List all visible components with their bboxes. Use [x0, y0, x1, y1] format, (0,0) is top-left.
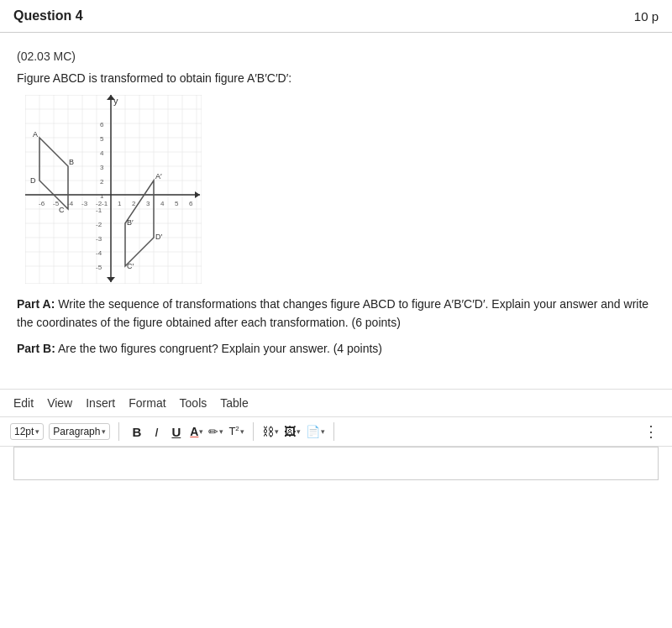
- svg-text:B: B: [69, 158, 74, 166]
- image-chevron: ▾: [297, 427, 301, 436]
- font-color-icon: A: [190, 425, 198, 438]
- svg-text:B′: B′: [127, 218, 134, 227]
- document-dropdown[interactable]: 📄 ▾: [306, 425, 325, 438]
- svg-text:2: 2: [100, 178, 104, 186]
- italic-button[interactable]: I: [150, 423, 162, 441]
- svg-text:D′: D′: [155, 233, 162, 241]
- svg-text:3: 3: [146, 200, 150, 207]
- menu-format[interactable]: Format: [129, 396, 165, 410]
- question-header: Question 4 10 p: [0, 0, 672, 33]
- part-a-label: Part A:: [17, 297, 55, 311]
- svg-text:-1: -1: [96, 207, 102, 214]
- svg-text:5: 5: [175, 200, 179, 207]
- underline-button[interactable]: U: [167, 423, 185, 441]
- document-icon: 📄: [306, 425, 320, 438]
- font-size-dropdown[interactable]: 12pt ▾: [10, 423, 44, 440]
- svg-text:3: 3: [100, 164, 104, 171]
- part-a-content: Write the sequence of transformations th…: [17, 297, 648, 329]
- svg-text:4: 4: [100, 149, 104, 157]
- svg-text:5: 5: [100, 135, 104, 143]
- graph-container: x y -6 -5 -4 -3 -2 -1 1 2 3 4 5 6 6 5 4 …: [25, 95, 202, 284]
- font-size-value: 12pt: [14, 426, 34, 437]
- part-a-text: Part A: Write the sequence of transforma…: [17, 296, 655, 332]
- link-dropdown[interactable]: ⛓ ▾: [262, 425, 279, 438]
- link-chevron: ▾: [275, 427, 279, 436]
- toolbar-separator-1: [118, 422, 119, 441]
- question-content: (02.03 MC) Figure ABCD is transformed to…: [0, 33, 672, 374]
- formatting-bar: 12pt ▾ Paragraph ▾ B I U A ▾ ✏ ▾ T2 ▾ ⛓ …: [0, 416, 672, 447]
- figure-description: Figure ABCD is transformed to obtain fig…: [17, 71, 655, 85]
- svg-text:2: 2: [132, 200, 136, 207]
- paragraph-style-value: Paragraph: [53, 426, 100, 437]
- svg-text:-5: -5: [96, 264, 102, 271]
- svg-text:A′: A′: [155, 172, 162, 181]
- part-b-text: Part B: Are the two figures congruent? E…: [17, 340, 655, 358]
- toolbar-menu: Edit View Insert Format Tools Table: [0, 389, 672, 416]
- bold-button[interactable]: B: [128, 423, 145, 441]
- menu-table[interactable]: Table: [220, 396, 248, 410]
- svg-text:C: C: [59, 206, 65, 214]
- part-b-content: Are the two figures congruent? Explain y…: [58, 342, 382, 355]
- menu-tools[interactable]: Tools: [180, 396, 207, 410]
- menu-view[interactable]: View: [47, 396, 72, 410]
- font-color-dropdown[interactable]: A ▾: [190, 425, 203, 438]
- image-icon: 🖼: [284, 425, 296, 438]
- highlight-dropdown[interactable]: ✏ ▾: [208, 425, 223, 438]
- superscript-icon: T2: [228, 425, 239, 437]
- question-title: Question 4: [13, 8, 83, 24]
- svg-text:6: 6: [100, 121, 104, 128]
- svg-text:-3: -3: [96, 235, 102, 243]
- font-color-chevron: ▾: [199, 427, 203, 436]
- svg-text:-2: -2: [96, 221, 102, 228]
- image-dropdown[interactable]: 🖼 ▾: [284, 425, 301, 438]
- svg-text:4: 4: [160, 200, 165, 207]
- svg-text:6: 6: [189, 200, 193, 207]
- superscript-chevron: ▾: [240, 427, 244, 436]
- svg-text:D: D: [30, 176, 36, 185]
- svg-text:A: A: [33, 130, 38, 139]
- answer-input-area[interactable]: [13, 447, 659, 480]
- mc-tag: (02.03 MC): [17, 50, 655, 63]
- question-points: 10 p: [634, 9, 659, 24]
- svg-text:C′: C′: [127, 262, 134, 270]
- svg-text:-1: -1: [102, 200, 108, 207]
- paragraph-chevron: ▾: [102, 427, 106, 436]
- highlight-chevron: ▾: [219, 427, 223, 436]
- menu-edit[interactable]: Edit: [13, 396, 34, 410]
- paragraph-style-dropdown[interactable]: Paragraph ▾: [49, 423, 110, 440]
- svg-text:-6: -6: [39, 200, 45, 207]
- svg-text:1: 1: [100, 192, 104, 200]
- font-size-chevron: ▾: [35, 427, 39, 436]
- menu-insert[interactable]: Insert: [86, 396, 115, 410]
- superscript-dropdown[interactable]: T2 ▾: [228, 425, 244, 437]
- more-options-button[interactable]: ⋮: [640, 422, 662, 441]
- highlight-icon: ✏: [208, 425, 218, 438]
- link-icon: ⛓: [262, 425, 274, 438]
- toolbar-separator-2: [253, 422, 254, 441]
- svg-text:-4: -4: [96, 249, 102, 257]
- part-b-label: Part B:: [17, 342, 55, 355]
- svg-text:-3: -3: [81, 200, 88, 207]
- toolbar-separator-3: [333, 422, 334, 441]
- svg-text:1: 1: [118, 200, 122, 207]
- coordinate-graph: x y -6 -5 -4 -3 -2 -1 1 2 3 4 5 6 6 5 4 …: [25, 95, 202, 284]
- svg-text:y: y: [113, 96, 118, 106]
- document-chevron: ▾: [321, 427, 325, 436]
